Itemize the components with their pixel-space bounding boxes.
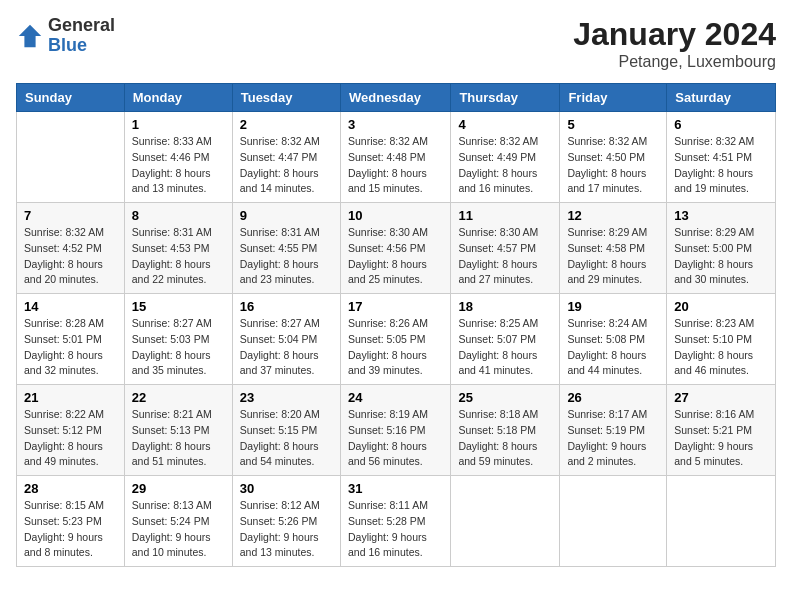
calendar-day-cell: 14Sunrise: 8:28 AMSunset: 5:01 PMDayligh…: [17, 294, 125, 385]
day-number: 11: [458, 208, 552, 223]
day-info-line: Sunset: 5:23 PM: [24, 515, 102, 527]
logo-blue-text: Blue: [48, 36, 115, 56]
day-info-line: and 13 minutes.: [132, 182, 207, 194]
day-info: Sunrise: 8:16 AMSunset: 5:21 PMDaylight:…: [674, 407, 768, 470]
day-info-line: Daylight: 8 hours: [674, 258, 753, 270]
calendar-body: 1Sunrise: 8:33 AMSunset: 4:46 PMDaylight…: [17, 112, 776, 567]
day-number: 5: [567, 117, 659, 132]
day-info: Sunrise: 8:30 AMSunset: 4:57 PMDaylight:…: [458, 225, 552, 288]
day-info-line: Sunrise: 8:11 AM: [348, 499, 428, 511]
day-number: 31: [348, 481, 443, 496]
day-number: 23: [240, 390, 333, 405]
day-info-line: Daylight: 8 hours: [132, 440, 211, 452]
day-info-line: and 59 minutes.: [458, 455, 533, 467]
calendar-day-cell: 5Sunrise: 8:32 AMSunset: 4:50 PMDaylight…: [560, 112, 667, 203]
calendar-title: January 2024: [573, 16, 776, 53]
day-info-line: and 54 minutes.: [240, 455, 315, 467]
day-info-line: and 16 minutes.: [458, 182, 533, 194]
day-info: Sunrise: 8:32 AMSunset: 4:52 PMDaylight:…: [24, 225, 117, 288]
day-info-line: and 17 minutes.: [567, 182, 642, 194]
day-info-line: Sunrise: 8:24 AM: [567, 317, 647, 329]
calendar-day-cell: 29Sunrise: 8:13 AMSunset: 5:24 PMDayligh…: [124, 476, 232, 567]
day-number: 30: [240, 481, 333, 496]
day-info-line: Sunrise: 8:32 AM: [567, 135, 647, 147]
calendar-day-cell: 4Sunrise: 8:32 AMSunset: 4:49 PMDaylight…: [451, 112, 560, 203]
day-info-line: Daylight: 8 hours: [458, 440, 537, 452]
day-info-line: Daylight: 8 hours: [348, 349, 427, 361]
day-info-line: and 46 minutes.: [674, 364, 749, 376]
day-info-line: and 56 minutes.: [348, 455, 423, 467]
calendar-day-cell: 16Sunrise: 8:27 AMSunset: 5:04 PMDayligh…: [232, 294, 340, 385]
day-info-line: Daylight: 8 hours: [674, 167, 753, 179]
day-info-line: Sunrise: 8:32 AM: [348, 135, 428, 147]
day-info-line: Sunrise: 8:22 AM: [24, 408, 104, 420]
day-info-line: Daylight: 8 hours: [567, 167, 646, 179]
day-info-line: and 19 minutes.: [674, 182, 749, 194]
day-info-line: Daylight: 8 hours: [348, 440, 427, 452]
calendar-day-cell: 24Sunrise: 8:19 AMSunset: 5:16 PMDayligh…: [340, 385, 450, 476]
day-info-line: Sunrise: 8:33 AM: [132, 135, 212, 147]
day-info-line: Sunset: 5:05 PM: [348, 333, 426, 345]
calendar-week-row: 28Sunrise: 8:15 AMSunset: 5:23 PMDayligh…: [17, 476, 776, 567]
day-info-line: and 41 minutes.: [458, 364, 533, 376]
day-info-line: Sunset: 5:07 PM: [458, 333, 536, 345]
day-number: 12: [567, 208, 659, 223]
day-info-line: and 37 minutes.: [240, 364, 315, 376]
logo: General Blue: [16, 16, 115, 56]
day-info: Sunrise: 8:19 AMSunset: 5:16 PMDaylight:…: [348, 407, 443, 470]
day-info: Sunrise: 8:29 AMSunset: 5:00 PMDaylight:…: [674, 225, 768, 288]
day-info-line: and 5 minutes.: [674, 455, 743, 467]
day-info-line: Sunrise: 8:29 AM: [674, 226, 754, 238]
calendar-day-cell: 22Sunrise: 8:21 AMSunset: 5:13 PMDayligh…: [124, 385, 232, 476]
day-number: 25: [458, 390, 552, 405]
calendar-day-cell: 21Sunrise: 8:22 AMSunset: 5:12 PMDayligh…: [17, 385, 125, 476]
day-number: 19: [567, 299, 659, 314]
day-info-line: and 51 minutes.: [132, 455, 207, 467]
day-info-line: Daylight: 8 hours: [240, 440, 319, 452]
day-info-line: Daylight: 8 hours: [24, 349, 103, 361]
day-info-line: Sunrise: 8:20 AM: [240, 408, 320, 420]
calendar-table: SundayMondayTuesdayWednesdayThursdayFrid…: [16, 83, 776, 567]
day-info-line: Sunset: 4:51 PM: [674, 151, 752, 163]
day-info-line: and 16 minutes.: [348, 546, 423, 558]
day-info-line: Sunrise: 8:27 AM: [240, 317, 320, 329]
day-info: Sunrise: 8:31 AMSunset: 4:55 PMDaylight:…: [240, 225, 333, 288]
weekday-header-thursday: Thursday: [451, 84, 560, 112]
day-info-line: and 44 minutes.: [567, 364, 642, 376]
day-number: 29: [132, 481, 225, 496]
day-info-line: Sunset: 4:50 PM: [567, 151, 645, 163]
logo-text: General Blue: [48, 16, 115, 56]
day-info-line: and 32 minutes.: [24, 364, 99, 376]
day-number: 15: [132, 299, 225, 314]
day-info-line: Sunset: 5:16 PM: [348, 424, 426, 436]
weekday-header-sunday: Sunday: [17, 84, 125, 112]
weekday-header-friday: Friday: [560, 84, 667, 112]
day-info-line: Sunset: 4:57 PM: [458, 242, 536, 254]
day-info-line: and 23 minutes.: [240, 273, 315, 285]
day-info: Sunrise: 8:23 AMSunset: 5:10 PMDaylight:…: [674, 316, 768, 379]
day-info-line: Sunset: 4:49 PM: [458, 151, 536, 163]
day-info-line: Sunset: 5:26 PM: [240, 515, 318, 527]
calendar-day-cell: 18Sunrise: 8:25 AMSunset: 5:07 PMDayligh…: [451, 294, 560, 385]
day-number: 8: [132, 208, 225, 223]
day-info-line: Sunset: 4:58 PM: [567, 242, 645, 254]
day-info-line: Sunrise: 8:23 AM: [674, 317, 754, 329]
day-info: Sunrise: 8:15 AMSunset: 5:23 PMDaylight:…: [24, 498, 117, 561]
day-info-line: Sunrise: 8:19 AM: [348, 408, 428, 420]
day-number: 7: [24, 208, 117, 223]
calendar-day-cell: 9Sunrise: 8:31 AMSunset: 4:55 PMDaylight…: [232, 203, 340, 294]
day-info-line: Daylight: 9 hours: [348, 531, 427, 543]
day-info-line: Sunrise: 8:17 AM: [567, 408, 647, 420]
day-info-line: Sunset: 5:21 PM: [674, 424, 752, 436]
day-info-line: Sunrise: 8:12 AM: [240, 499, 320, 511]
day-info-line: and 30 minutes.: [674, 273, 749, 285]
logo-icon: [16, 22, 44, 50]
calendar-week-row: 1Sunrise: 8:33 AMSunset: 4:46 PMDaylight…: [17, 112, 776, 203]
day-info-line: Sunrise: 8:30 AM: [348, 226, 428, 238]
calendar-day-cell: 6Sunrise: 8:32 AMSunset: 4:51 PMDaylight…: [667, 112, 776, 203]
calendar-day-cell: 1Sunrise: 8:33 AMSunset: 4:46 PMDaylight…: [124, 112, 232, 203]
day-info-line: Daylight: 8 hours: [348, 258, 427, 270]
day-info-line: Sunset: 5:28 PM: [348, 515, 426, 527]
calendar-day-cell: 13Sunrise: 8:29 AMSunset: 5:00 PMDayligh…: [667, 203, 776, 294]
day-info: Sunrise: 8:22 AMSunset: 5:12 PMDaylight:…: [24, 407, 117, 470]
